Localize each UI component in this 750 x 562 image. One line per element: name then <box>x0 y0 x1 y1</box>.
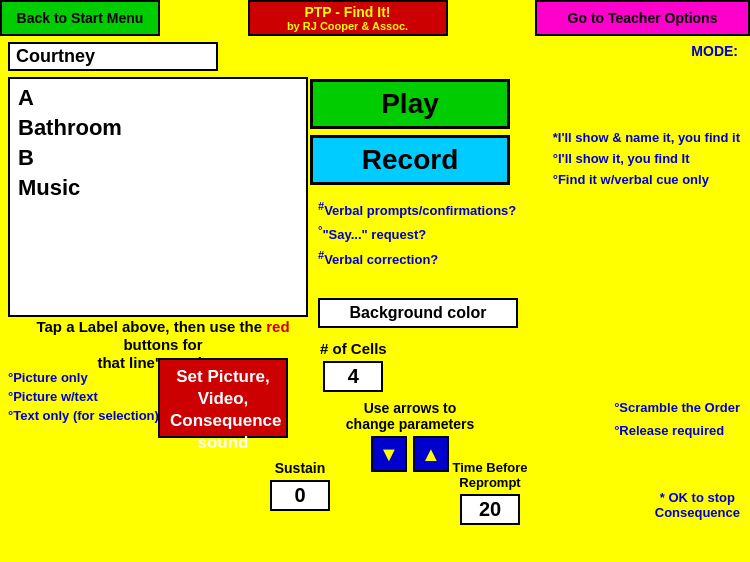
scramble-order-option[interactable]: Scramble the Order <box>614 400 740 415</box>
ok-stop-consequence[interactable]: OK to stop Consequence <box>655 490 740 520</box>
picture-only-option[interactable]: Picture only <box>8 370 159 385</box>
mode-option-show-name[interactable]: I'll show & name it, you find it <box>553 130 740 145</box>
time-value: 20 <box>460 494 520 525</box>
play-button[interactable]: Play <box>310 79 510 129</box>
cells-area: # of Cells 4 <box>320 340 387 392</box>
sustain-label: Sustain <box>270 460 330 476</box>
verbal-correction-check[interactable]: #Verbal correction? <box>318 249 516 267</box>
checks-area: #Verbal prompts/confirmations? °"Say..."… <box>318 200 516 267</box>
mode-option-show-it[interactable]: I'll show it, you find It <box>553 151 740 166</box>
list-item[interactable]: Bathroom <box>14 113 302 143</box>
cells-label: # of Cells <box>320 340 387 357</box>
app-title-line1: PTP - Find It! <box>304 4 390 20</box>
red-text: red <box>266 318 289 335</box>
time-before-area: Time Before Reprompt 20 <box>430 460 550 525</box>
app-title-line2: by RJ Cooper & Assoc. <box>287 20 408 32</box>
verbal-prompts-check[interactable]: #Verbal prompts/confirmations? <box>318 200 516 218</box>
category-list: A Bathroom B Music <box>8 77 308 317</box>
sustain-area: Sustain 0 <box>270 460 330 511</box>
release-required-option[interactable]: Release required <box>614 423 740 438</box>
name-input[interactable] <box>8 42 218 71</box>
mode-options: I'll show & name it, you find it I'll sh… <box>553 130 740 187</box>
set-picture-button[interactable]: Set Picture, Video, Consequence sound <box>158 358 288 438</box>
left-options: Picture only Picture w/text Text only (f… <box>8 370 159 423</box>
center-buttons: Play Record <box>310 79 510 185</box>
picture-with-text-option[interactable]: Picture w/text <box>8 389 159 404</box>
set-picture-area: Set Picture, Video, Consequence sound <box>158 358 288 438</box>
arrows-label: Use arrows to change parameters <box>310 400 510 432</box>
mode-option-verbal-cue[interactable]: Find it w/verbal cue only <box>553 172 740 187</box>
right-bottom-options: Scramble the Order Release required <box>614 400 740 438</box>
list-item[interactable]: Music <box>14 173 302 203</box>
time-label: Time Before Reprompt <box>430 460 550 490</box>
app-title: PTP - Find It! by RJ Cooper & Assoc. <box>248 0 448 36</box>
cells-value: 4 <box>323 361 383 392</box>
background-color-button[interactable]: Background color <box>318 298 518 328</box>
say-request-check[interactable]: °"Say..." request? <box>318 224 516 242</box>
teacher-options-button[interactable]: Go to Teacher Options <box>535 0 750 36</box>
list-item[interactable]: B <box>14 143 302 173</box>
header: Back to Start Menu PTP - Find It! by RJ … <box>0 0 750 36</box>
mode-label: MODE: <box>691 42 738 60</box>
list-item[interactable]: A <box>14 83 302 113</box>
record-button[interactable]: Record <box>310 135 510 185</box>
sustain-value: 0 <box>270 480 330 511</box>
text-only-option[interactable]: Text only (for selection) <box>8 408 159 423</box>
bgcolor-area: Background color <box>318 298 518 328</box>
back-to-start-button[interactable]: Back to Start Menu <box>0 0 160 36</box>
arrow-down-button[interactable]: ▼ <box>371 436 407 472</box>
